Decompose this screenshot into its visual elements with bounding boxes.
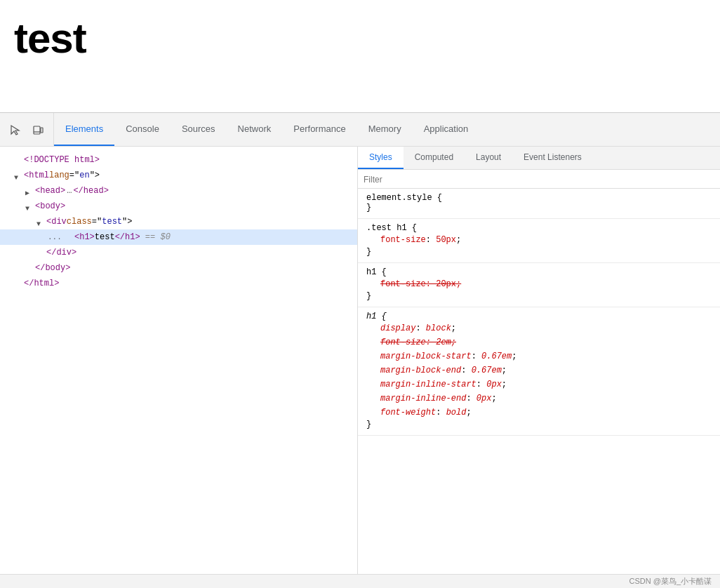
css-selector-element-style: element.style { — [366, 193, 442, 203]
tab-application[interactable]: Application — [413, 113, 480, 146]
css-selector-test-h1: .test h1 { — [366, 223, 417, 233]
triangle-html[interactable] — [14, 171, 22, 180]
css-rules: element.style { } .test h1 { font-size: … — [358, 189, 720, 574]
css-rule-element-style: element.style { } — [358, 189, 720, 219]
css-selector-h1-ua: h1 { — [366, 312, 387, 321]
device-toolbar-button[interactable] — [28, 120, 48, 140]
dom-panel: <!DOCTYPE html> <html lang="en"> <head>…… — [0, 147, 358, 574]
svg-rect-1 — [41, 128, 43, 133]
tab-elements[interactable]: Elements — [54, 113, 114, 146]
devtools-main: <!DOCTYPE html> <html lang="en"> <head>…… — [0, 147, 720, 574]
inspect-element-button[interactable] — [6, 120, 25, 140]
tab-network[interactable]: Network — [227, 113, 283, 146]
tab-console[interactable]: Console — [114, 113, 171, 146]
devtools-toolbar: Elements Console Sources Network Perform… — [0, 113, 720, 147]
dom-line-doctype[interactable]: <!DOCTYPE html> — [0, 152, 357, 168]
dom-line-head[interactable]: <head>…</head> — [0, 183, 357, 199]
css-prop-display: display: block; — [366, 321, 712, 335]
page-content: test — [0, 0, 720, 112]
devtools-footer: CSDN @菜鸟_小卡酷谋 — [0, 574, 720, 588]
triangle-div[interactable] — [36, 218, 45, 226]
dom-line-div-close[interactable]: </div> — [0, 245, 357, 260]
toolbar-icons — [0, 113, 54, 146]
dom-line-html-close[interactable]: </html> — [0, 276, 357, 291]
dom-line-body[interactable]: <body> — [0, 199, 357, 214]
styles-tabs: Styles Computed Layout Event Listeners — [358, 147, 720, 170]
triangle-head[interactable] — [25, 187, 34, 195]
tab-computed[interactable]: Computed — [404, 147, 465, 169]
tab-performance[interactable]: Performance — [282, 113, 356, 146]
svg-rect-0 — [34, 126, 40, 134]
css-prop-margin-inline-end: margin-inline-end: 0px; — [366, 392, 712, 406]
css-selector-h1-strike: h1 { — [366, 267, 387, 277]
tab-layout[interactable]: Layout — [465, 147, 512, 169]
triangle-body[interactable] — [25, 202, 34, 211]
filter-input[interactable] — [364, 175, 714, 185]
dom-line-body-close[interactable]: </body> — [0, 260, 357, 276]
tab-styles[interactable]: Styles — [358, 147, 404, 169]
css-prop-font-weight: font-weight: bold; — [366, 406, 712, 420]
styles-panel: Styles Computed Layout Event Listeners e… — [358, 147, 720, 574]
dom-line-h1[interactable]: ... <h1>test</h1> == $0 — [0, 229, 357, 245]
tab-memory[interactable]: Memory — [357, 113, 413, 146]
tab-sources[interactable]: Sources — [171, 113, 227, 146]
page-title: test — [14, 14, 86, 62]
css-prop-margin-block-start: margin-block-start: 0.67em; — [366, 349, 712, 363]
styles-filter-bar — [358, 170, 720, 189]
css-rule-h1-ua: h1 { display: block; font-size: 2em; mar… — [358, 307, 720, 436]
css-rule-h1-strike: h1 { font-size: 20px; } — [358, 263, 720, 307]
devtools-tabs: Elements Console Sources Network Perform… — [54, 113, 720, 146]
tab-event-listeners[interactable]: Event Listeners — [512, 147, 593, 169]
css-rule-test-h1: .test h1 { font-size: 50px; } — [358, 219, 720, 263]
css-prop-font-size-50: font-size: 50px; — [366, 233, 712, 247]
css-prop-margin-block-end: margin-block-end: 0.67em; — [366, 363, 712, 377]
dom-line-html[interactable]: <html lang="en"> — [0, 168, 357, 183]
dom-line-div[interactable]: <div class="test"> — [0, 214, 357, 229]
devtools-panel: Elements Console Sources Network Perform… — [0, 112, 720, 588]
css-prop-font-size-2em: font-size: 2em; — [366, 335, 712, 349]
watermark: CSDN @菜鸟_小卡酷谋 — [629, 576, 712, 587]
css-prop-margin-inline-start: margin-inline-start: 0px; — [366, 377, 712, 392]
css-prop-font-size-20: font-size: 20px; — [366, 277, 712, 291]
